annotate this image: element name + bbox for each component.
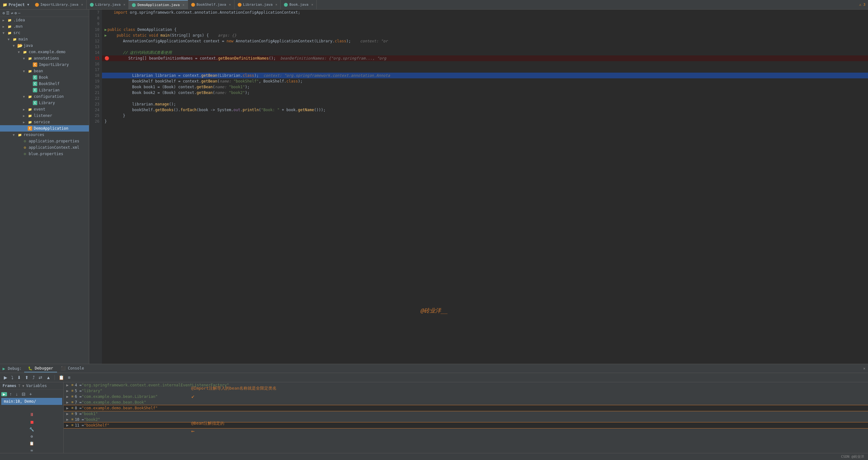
- tree-item-bean[interactable]: ▼ 📁 bean: [0, 68, 89, 74]
- var-val-11: "bookShelf": [84, 423, 109, 428]
- close-tab-book[interactable]: ×: [311, 3, 313, 6]
- up-btn[interactable]: ↑: [8, 391, 13, 397]
- line-num-21: 21: [92, 90, 99, 96]
- tree-item-com-example[interactable]: ▼ 📁 com.example.demo: [0, 49, 89, 55]
- code-line-7: import org.springframework.context.annot…: [102, 9, 868, 15]
- pause-icon[interactable]: ⏸: [30, 412, 34, 417]
- close-tab-bookshelf[interactable]: ×: [229, 3, 231, 6]
- toolbar-separator: [55, 375, 55, 380]
- gear-icon[interactable]: ⚙: [14, 11, 17, 15]
- more-btn[interactable]: ≡: [67, 374, 72, 381]
- down-btn[interactable]: ↓: [14, 391, 19, 397]
- tree-item-mvn[interactable]: ▶ 📁 .mvn: [0, 23, 89, 30]
- tree-item-demoapplication[interactable]: C DemoApplication: [0, 125, 89, 132]
- tree-item-configuration[interactable]: ▼ 📁 configuration: [0, 93, 89, 100]
- close-tab-librarian[interactable]: ×: [275, 3, 277, 6]
- watch-btn[interactable]: 📋: [57, 374, 65, 381]
- tree-item-app-properties[interactable]: ⚙ application.properties: [0, 138, 89, 144]
- tree-item-service[interactable]: ▶ 📁 service: [0, 119, 89, 125]
- tree-item-resources[interactable]: ▼ 📁 resources: [0, 132, 89, 138]
- close-tab-library[interactable]: ×: [123, 3, 125, 6]
- line-num-13: 13: [92, 44, 99, 50]
- tab-import-library[interactable]: ImportLibrary.java ×: [32, 0, 87, 9]
- tab-librarian[interactable]: Librarian.java ×: [235, 0, 281, 9]
- tree-item-appcontext-xml[interactable]: ⚙ applicationContext.xml: [0, 144, 89, 151]
- debug-settings-icon[interactable]: 🔧: [29, 427, 34, 432]
- tab-console[interactable]: ⬛ Console: [57, 365, 88, 372]
- line-num-8: 8: [92, 15, 99, 21]
- tab-demo-application[interactable]: DemoApplication.java ×: [129, 0, 188, 9]
- frames-filter: T: [18, 384, 21, 388]
- close-tab-demo[interactable]: ×: [183, 3, 185, 7]
- line-num-25: 25: [92, 113, 99, 119]
- frame-main[interactable]: main:18, Demo/: [1, 398, 62, 405]
- stop-icon[interactable]: ⏹: [30, 420, 34, 425]
- step-into-btn[interactable]: ⬇: [16, 374, 22, 381]
- tree-item-idea[interactable]: ▶ 📁 .idea: [0, 17, 89, 23]
- tab-library[interactable]: Library.java ×: [87, 0, 129, 9]
- tree-item-librarian[interactable]: C Librarian: [0, 87, 89, 93]
- new-btn[interactable]: +: [28, 391, 33, 397]
- resource-icon-blueprops: ⚙: [22, 151, 27, 156]
- tree-label-demoapplication: DemoApplication: [34, 126, 68, 131]
- tree-item-main[interactable]: ▼ 📁 main: [0, 36, 89, 42]
- step-out-btn[interactable]: ⬆: [24, 374, 30, 381]
- add-btn[interactable]: ▶: [1, 392, 7, 396]
- vertical-split-icon[interactable]: ⇌: [11, 11, 13, 15]
- tree-item-library[interactable]: C Library: [0, 100, 89, 106]
- tab-bar: 📁 Project ▼ ImportLibrary.java × Library…: [0, 0, 868, 9]
- tab-label-library: Library.java: [95, 3, 120, 7]
- close-tab-import-library[interactable]: ×: [81, 3, 83, 6]
- tree-item-java[interactable]: ▼ 📂 java: [0, 42, 89, 49]
- var-val-10: "book2": [84, 417, 100, 422]
- class-icon-bookshelf: C: [32, 81, 38, 86]
- debug-copy-icon[interactable]: 📋: [29, 441, 34, 446]
- var-row-8[interactable]: ▶ ≡ 8 = "com.example.demo.bean.BookShelf…: [64, 405, 868, 411]
- line-num-14: 14: [92, 50, 99, 56]
- debug-gear-icon[interactable]: ⚙: [31, 434, 33, 439]
- var-row-7[interactable]: ▶ ≡ 7 = "com.example.demo.bean.Book": [64, 399, 868, 405]
- code-line-25: }: [102, 113, 868, 119]
- debug-run-icon[interactable]: ▶: [3, 366, 5, 371]
- line-num-12: 12: [92, 38, 99, 44]
- debug-close-icon[interactable]: ×: [863, 366, 865, 371]
- tab-label-bookshelf: BookShelf.java: [196, 3, 226, 7]
- settings-icon[interactable]: ⚙: [3, 11, 5, 15]
- var-row-9[interactable]: ▶ ≡ 9 = "book1": [64, 411, 868, 417]
- tree-item-annotations[interactable]: ▼ 📁 annotations: [0, 55, 89, 62]
- tab-debugger[interactable]: 🐛 Debugger: [24, 365, 57, 372]
- tree-item-listener[interactable]: ▶ 📁 listener: [0, 112, 89, 119]
- frames-up-btn[interactable]: ▲: [45, 374, 52, 381]
- tree-item-bookshelf[interactable]: C BookShelf: [0, 80, 89, 87]
- var-icon-5: ≡: [71, 389, 73, 393]
- var-row-6[interactable]: ▶ ≡ 6 = "com.example.demo.bean.Librarian…: [64, 394, 868, 399]
- var-row-10[interactable]: ▶ ≡ 10 = "book2": [64, 417, 868, 422]
- tab-bookshelf[interactable]: BookShelf.java ×: [188, 0, 235, 9]
- resume-btn[interactable]: ▶: [3, 374, 9, 381]
- var-row-11[interactable]: ▶ ≡ 11 = "bookShelf": [64, 422, 868, 428]
- evaluate-btn[interactable]: ⇄: [37, 374, 44, 381]
- tree-item-src[interactable]: ▼ 📁 src: [0, 30, 89, 36]
- step-over-btn[interactable]: ⤵: [10, 374, 15, 381]
- line-num-20: 20: [92, 84, 99, 90]
- tree-item-book[interactable]: C Book: [0, 74, 89, 80]
- line-num-11: 11: [92, 32, 99, 38]
- tree-item-importlibrary[interactable]: C ImportLibrary: [0, 62, 89, 68]
- var-val-6: "com.example.demo.bean.Librarian": [82, 394, 157, 399]
- var-row-4[interactable]: ▶ ≡ 4 = "org.springframework.context.eve…: [64, 382, 868, 388]
- tree-item-blue-properties[interactable]: ⚙ blue.properties: [0, 151, 89, 157]
- tab-icon-bookshelf: [191, 3, 195, 7]
- var-row-5[interactable]: ▶ ≡ 5 = "library": [64, 388, 868, 394]
- tree-label-bookshelf: BookShelf: [39, 81, 60, 86]
- horizontal-split-icon[interactable]: ☰: [6, 11, 9, 15]
- debug-infinity-icon[interactable]: ∞: [31, 448, 33, 453]
- run-to-cursor-btn[interactable]: ⤴: [31, 374, 36, 381]
- tab-book[interactable]: Book.java ×: [281, 0, 317, 9]
- arrow-icon-service: ▶: [23, 121, 27, 124]
- filter-btn[interactable]: ⊟: [21, 391, 27, 397]
- var-val-7: "com.example.demo.bean.Book": [82, 400, 146, 404]
- tree-label-importlibrary: ImportLibrary: [39, 62, 69, 67]
- minimize-icon[interactable]: —: [18, 11, 21, 15]
- tree-item-event[interactable]: ▶ 📁 event: [0, 106, 89, 112]
- line-num-9: 9: [92, 21, 99, 27]
